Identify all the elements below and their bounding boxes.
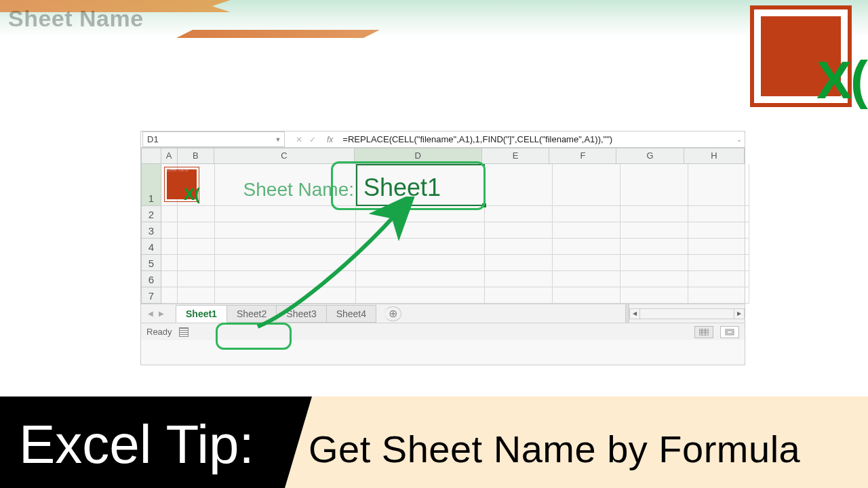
col-header-g[interactable]: G	[616, 148, 684, 164]
formula-text: =REPLACE(CELL("filename",A1),1,FIND("]",…	[342, 134, 612, 144]
column-header-row: A B C D E F G H	[141, 148, 745, 164]
name-box[interactable]: D1 ▼	[142, 131, 285, 147]
view-page-layout-icon[interactable]	[720, 326, 739, 338]
row-headers: 1 2 3 4 5 6 7	[141, 164, 161, 304]
row-header-6[interactable]: 6	[141, 271, 161, 287]
grid-body: 1 2 3 4 5 6 7 Excel NaNa X(	[141, 164, 745, 304]
cancel-icon[interactable]: ✕	[296, 135, 302, 144]
col-header-d[interactable]: D	[355, 148, 483, 164]
row-header-1[interactable]: 1	[141, 164, 161, 206]
formula-expand-icon[interactable]: ⌄	[734, 136, 745, 143]
sheet-image-caption: Excel NaNa	[167, 168, 189, 172]
brand-logo: X (	[750, 5, 852, 107]
row-header-4[interactable]: 4	[141, 239, 161, 255]
cell-c1-label: Sheet Name:	[215, 179, 354, 201]
sheet-tab-bar: ◀ ▶ Sheet1 Sheet2 Sheet3 Sheet4 ⊕ ◀ ▶	[141, 304, 745, 323]
sheet-tab-2[interactable]: Sheet2	[226, 305, 277, 323]
hscroll-track[interactable]	[639, 308, 734, 319]
view-normal-icon[interactable]	[694, 326, 713, 338]
formula-bar-buttons: ✕ ✓	[290, 135, 321, 144]
row-header-7[interactable]: 7	[141, 287, 161, 304]
logo-paren-glyph: (	[850, 49, 868, 111]
name-box-value: D1	[147, 134, 159, 144]
col-header-h[interactable]: H	[684, 148, 745, 164]
cell-grid[interactable]: Excel NaNa X( Sheet Name: Sheet1	[161, 164, 749, 304]
row-header-2[interactable]: 2	[141, 206, 161, 222]
col-header-e[interactable]: E	[482, 148, 549, 164]
enter-icon[interactable]: ✓	[309, 135, 316, 144]
name-box-dropdown-icon[interactable]: ▼	[273, 135, 283, 144]
col-header-c[interactable]: C	[214, 148, 354, 164]
logo-x-glyph: X	[816, 49, 852, 111]
bottom-banner: Excel Tip: Get Sheet Name by Formula	[0, 396, 868, 488]
page-title: Sheet Name	[8, 5, 144, 32]
banner-title-left: Excel Tip:	[19, 413, 254, 476]
cell-d1-value: Sheet1	[363, 174, 441, 202]
sheet-image-logo[interactable]: Excel NaNa X(	[164, 167, 199, 202]
col-header-f[interactable]: F	[549, 148, 616, 164]
fx-icon[interactable]: fx	[321, 135, 338, 144]
sheet-tab-1[interactable]: Sheet1	[176, 305, 227, 323]
formula-input[interactable]: =REPLACE(CELL("filename",A1),1,FIND("]",…	[338, 134, 734, 144]
tab-nav-prev-icon[interactable]: ◀	[148, 310, 153, 317]
svg-rect-6	[727, 331, 732, 333]
row-header-3[interactable]: 3	[141, 222, 161, 239]
formula-bar: D1 ▼ ✕ ✓ fx =REPLACE(CELL("filename",A1)…	[141, 131, 745, 148]
excel-window: D1 ▼ ✕ ✓ fx =REPLACE(CELL("filename",A1)…	[140, 131, 745, 365]
col-header-a[interactable]: A	[161, 148, 178, 164]
sheet-image-x-glyph: X(	[184, 185, 200, 204]
hscroll-right-icon[interactable]: ▶	[734, 308, 745, 319]
svg-rect-0	[699, 329, 709, 336]
hscroll-left-icon[interactable]: ◀	[629, 308, 640, 319]
add-sheet-button[interactable]: ⊕	[384, 306, 401, 321]
top-swoosh-lower	[176, 30, 380, 38]
row-header-5[interactable]: 5	[141, 255, 161, 271]
tab-nav: ◀ ▶	[141, 310, 171, 317]
tab-nav-next-icon[interactable]: ▶	[159, 310, 164, 317]
select-all-corner[interactable]	[141, 148, 161, 164]
col-header-b[interactable]: B	[178, 148, 215, 164]
macro-record-icon[interactable]	[179, 327, 189, 337]
sheet-tab-4[interactable]: Sheet4	[326, 305, 376, 323]
banner-title-right: Get Sheet Name by Formula	[309, 427, 800, 471]
status-text: Ready	[146, 327, 172, 337]
sheet-tab-3[interactable]: Sheet3	[276, 305, 326, 323]
status-bar: Ready	[141, 323, 745, 340]
